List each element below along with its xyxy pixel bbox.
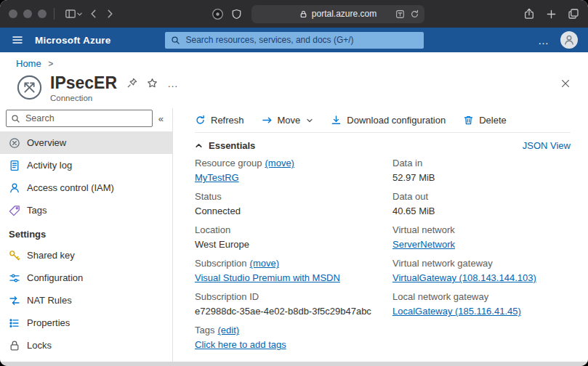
azure-brand[interactable]: Microsoft Azure bbox=[35, 35, 111, 46]
field-label: Data in bbox=[392, 158, 422, 168]
page-title-block: IPsecER … Connection bbox=[50, 74, 178, 102]
key-icon bbox=[9, 250, 20, 261]
local-network-gateway-link[interactable]: LocalGateway (185.116.41.45) bbox=[392, 306, 521, 317]
field-subscription: Subscription(move) Visual Studio Premium… bbox=[195, 258, 392, 284]
sidebar-item-tags[interactable]: Tags bbox=[0, 199, 172, 221]
global-search-input[interactable] bbox=[185, 34, 418, 46]
subscription-id-value: e72988dc-35ae-4e02-b8db-3f5c29b47abc bbox=[195, 306, 371, 317]
sidebar-item-activity-log[interactable]: Activity log bbox=[0, 154, 172, 176]
overview-icon bbox=[9, 137, 20, 149]
shield-extension-icon[interactable] bbox=[231, 9, 242, 20]
portal-page: Home > IPsecER bbox=[0, 52, 588, 362]
sidebar-item-nat-rules[interactable]: NAT Rules bbox=[0, 289, 172, 312]
tab-overview-icon[interactable] bbox=[568, 8, 579, 20]
menu-search-input[interactable] bbox=[24, 113, 148, 124]
resource-group-link[interactable]: MyTestRG bbox=[195, 172, 239, 183]
breadcrumb-separator: > bbox=[48, 59, 53, 69]
subscription-link[interactable]: Visual Studio Premium with MSDN bbox=[195, 272, 340, 283]
essentials-collapse-button[interactable] bbox=[195, 142, 203, 150]
field-label: Virtual network gateway bbox=[392, 258, 493, 269]
close-blade-button[interactable] bbox=[559, 74, 572, 89]
resource-menu: « Overview Activity log bbox=[0, 108, 173, 362]
refresh-label: Refresh bbox=[211, 115, 244, 126]
move-button[interactable]: Move bbox=[262, 115, 314, 126]
address-bar-actions bbox=[395, 9, 419, 19]
back-button[interactable] bbox=[86, 7, 102, 20]
move-resource-group-link[interactable]: (move) bbox=[265, 158, 294, 168]
field-label: Location bbox=[195, 224, 230, 235]
json-view-link[interactable]: JSON View bbox=[523, 140, 571, 151]
nat-arrows-icon bbox=[9, 295, 20, 306]
sidebar-item-label: Access control (IAM) bbox=[27, 182, 114, 193]
share-icon[interactable] bbox=[523, 8, 535, 20]
download-icon bbox=[331, 115, 342, 126]
edit-tags-link[interactable]: (edit) bbox=[217, 325, 239, 336]
zoom-window-button[interactable] bbox=[38, 9, 47, 18]
global-search-box[interactable] bbox=[165, 32, 424, 49]
person-icon bbox=[563, 34, 575, 46]
activity-log-icon bbox=[9, 160, 20, 171]
extension-circle-icon[interactable] bbox=[212, 8, 224, 20]
breadcrumb-home-link[interactable]: Home bbox=[16, 58, 41, 69]
sidebar-item-overview[interactable]: Overview bbox=[0, 131, 172, 154]
account-avatar[interactable] bbox=[560, 31, 578, 49]
delete-button[interactable]: Delete bbox=[463, 115, 507, 126]
menu-search-box[interactable] bbox=[6, 110, 153, 127]
status-value: Connected bbox=[195, 206, 241, 216]
sidebar-item-access-control[interactable]: Access control (IAM) bbox=[0, 176, 172, 199]
sidebar-item-configuration[interactable]: Configuration bbox=[0, 267, 172, 289]
field-subscription-id: Subscription ID e72988dc-35ae-4e02-b8db-… bbox=[195, 291, 392, 317]
lock-icon bbox=[9, 340, 20, 351]
favorite-button[interactable] bbox=[147, 78, 158, 89]
sidebar-item-label: NAT Rules bbox=[27, 295, 72, 306]
azure-header: Microsoft Azure … bbox=[0, 28, 588, 52]
field-data-out: Data out 40.65 MiB bbox=[392, 191, 571, 217]
menu-collapse-button[interactable]: « bbox=[156, 113, 166, 124]
reload-icon[interactable] bbox=[410, 9, 419, 19]
essentials-title: Essentials bbox=[209, 140, 255, 151]
sidebar-item-properties[interactable]: Properties bbox=[0, 312, 172, 334]
sidebar-item-label: Configuration bbox=[27, 272, 83, 283]
title-more-button[interactable]: … bbox=[167, 78, 178, 89]
chevron-up-icon bbox=[195, 142, 203, 150]
url-text: portal.azure.com bbox=[312, 9, 376, 19]
field-label: Virtual network bbox=[392, 224, 455, 235]
essentials-grid: Resource group(move) MyTestRG Status Con… bbox=[195, 158, 571, 358]
move-subscription-link[interactable]: (move) bbox=[250, 258, 279, 269]
translate-extension-icon[interactable] bbox=[395, 9, 405, 19]
address-bar[interactable]: portal.azure.com bbox=[251, 5, 424, 23]
new-tab-plus-icon[interactable] bbox=[546, 9, 557, 20]
close-window-button[interactable] bbox=[9, 9, 17, 18]
delete-label: Delete bbox=[479, 115, 507, 126]
sidebar-item-label: Shared key bbox=[27, 250, 75, 261]
chrome-right-actions bbox=[523, 8, 579, 20]
field-virtual-network-gateway: Virtual network gateway VirtualGateway (… bbox=[392, 258, 571, 284]
sidebar-icon bbox=[65, 8, 76, 20]
pin-button[interactable] bbox=[126, 78, 137, 89]
window-controls bbox=[9, 9, 47, 18]
browser-chrome: portal.azure.com bbox=[0, 0, 588, 28]
add-tags-link[interactable]: Click here to add tags bbox=[195, 339, 286, 350]
download-configuration-label: Download configuration bbox=[347, 115, 446, 126]
blade-content: « Overview Activity log bbox=[0, 108, 588, 362]
connection-resource-icon bbox=[16, 74, 43, 101]
field-data-in: Data in 52.97 MiB bbox=[392, 158, 571, 184]
pin-icon bbox=[126, 78, 137, 89]
azure-header-right: … bbox=[538, 31, 578, 49]
forward-button[interactable] bbox=[102, 7, 118, 20]
sidebar-item-shared-key[interactable]: Shared key bbox=[0, 244, 172, 267]
window-bottom-edge bbox=[0, 362, 588, 366]
sidebar-item-locks[interactable]: Locks bbox=[0, 334, 172, 357]
field-label: Local network gateway bbox=[392, 291, 488, 302]
sidebar-toggle-button[interactable] bbox=[62, 7, 86, 21]
virtual-network-link[interactable]: ServerNetwork bbox=[392, 239, 455, 250]
portal-menu-button[interactable] bbox=[10, 33, 25, 47]
virtual-network-gateway-link[interactable]: VirtualGateway (108.143.144.103) bbox=[392, 272, 536, 283]
refresh-button[interactable]: Refresh bbox=[195, 115, 244, 126]
minimize-window-button[interactable] bbox=[23, 9, 32, 18]
move-label: Move bbox=[278, 115, 301, 126]
global-more-button[interactable]: … bbox=[538, 35, 549, 46]
download-configuration-button[interactable]: Download configuration bbox=[331, 115, 446, 126]
field-label: Resource group bbox=[195, 158, 262, 168]
data-in-value: 52.97 MiB bbox=[392, 172, 435, 183]
